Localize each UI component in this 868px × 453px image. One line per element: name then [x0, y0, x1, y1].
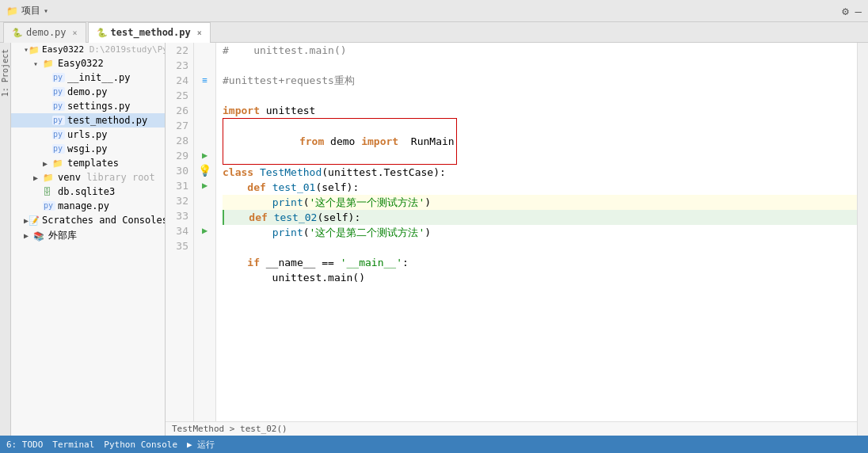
status-terminal-label: Terminal	[52, 440, 94, 450]
project-label: 项目	[21, 4, 40, 17]
status-run[interactable]: ▶ 运行	[187, 439, 215, 451]
left-edge: 1: Project	[0, 43, 11, 436]
code-line-27: from demo import RunMain	[223, 118, 857, 165]
tree-label-test-method: test_method.py	[67, 115, 147, 126]
code-line-26: import unittest	[223, 103, 857, 118]
tab-demo-py-icon: 🐍	[12, 28, 23, 38]
top-actions: ⚙ —	[842, 5, 862, 17]
tree-item-easy0322-root[interactable]: ▾ 📁 Easy0322 D:\2019study\PycharmProject…	[11, 43, 165, 56]
tree-label-scratches: Scratches and Consoles	[42, 215, 166, 226]
code-line-35: unittest.main()	[223, 270, 857, 285]
code-line-22: # unittest.main()	[223, 43, 857, 58]
folder-icon-easy0322: 📁	[43, 59, 55, 68]
tab-test-method-py[interactable]: 🐍 test_method.py ×	[88, 22, 211, 43]
main-layout: 1: Project ▾ 📁 Easy0322 D:\2019study\Pyc…	[0, 43, 868, 436]
file-tree: ▾ 📁 Easy0322 D:\2019study\PycharmProject…	[11, 43, 166, 436]
tree-label-easy0322: Easy0322	[58, 58, 104, 69]
tree-label-external-libs: 外部库	[48, 229, 77, 242]
code-editor: 22 23 24 25 26 27 28 29 30 31 32 33 34 3…	[166, 43, 857, 436]
code-line-30: print('这个是第一个测试方法')	[223, 195, 857, 210]
code-line-28: class TestMethod(unittest.TestCase):	[223, 165, 857, 180]
code-line-24: #unittest+requests重构	[223, 73, 857, 88]
py-icon-init: py	[52, 73, 65, 82]
tree-item-demo[interactable]: py demo.py	[11, 85, 165, 99]
breadcrumb-text: TestMethod > test_02()	[172, 424, 287, 434]
tree-item-manage[interactable]: py manage.py	[11, 199, 165, 213]
db-icon: 🗄	[43, 187, 55, 196]
tree-label-easy0322-root: Easy0322 D:\2019study\PycharmProject\Eas…	[42, 44, 166, 55]
code-line-31: def test_02(self):	[223, 210, 857, 225]
tree-label-wsgi: wsgi.py	[67, 143, 108, 154]
code-content[interactable]: # unittest.main() #unittest+requests重构 i…	[216, 43, 857, 421]
py-icon-demo: py	[52, 87, 65, 97]
code-line-32: print('这个是第二个测试方法')	[223, 225, 857, 240]
lib-icon: 📚	[33, 231, 46, 241]
line-numbers: 22 23 24 25 26 27 28 29 30 31 32 33 34 3…	[166, 43, 194, 421]
tab-test-method-close[interactable]: ×	[197, 29, 202, 37]
right-edge	[857, 43, 868, 436]
tree-label-venv: venv library root	[58, 172, 155, 183]
top-bar: 📁 项目 ▾ ⚙ —	[0, 0, 868, 22]
code-line-29: def test_01(self):	[223, 180, 857, 195]
project-title: 📁 项目 ▾	[6, 4, 48, 17]
tree-item-templates[interactable]: ▶ 📁 templates	[11, 156, 165, 170]
tree-item-settings[interactable]: py settings.py	[11, 99, 165, 113]
tree-label-demo: demo.py	[67, 86, 108, 97]
status-todo[interactable]: 6: TODO	[6, 440, 43, 450]
tree-label-urls: urls.py	[67, 129, 108, 140]
tree-item-scratches[interactable]: ▶ 📝 Scratches and Consoles	[11, 213, 165, 227]
status-bar: 6: TODO Terminal Python Console ▶ 运行	[0, 436, 868, 453]
edge-project-tab[interactable]: 1: Project	[0, 43, 11, 103]
status-todo-label: 6: TODO	[6, 440, 43, 450]
tree-label-init: __init__.py	[67, 72, 130, 83]
code-line-33	[223, 240, 857, 255]
tab-test-method-icon: 🐍	[97, 28, 108, 38]
tree-item-db[interactable]: 🗄 db.sqlite3	[11, 185, 165, 199]
tree-item-urls[interactable]: py urls.py	[11, 128, 165, 142]
breadcrumb: TestMethod > test_02()	[166, 421, 857, 436]
tab-demo-py-label: demo.py	[26, 27, 67, 38]
py-icon-settings: py	[52, 101, 65, 111]
status-terminal[interactable]: Terminal	[52, 440, 94, 450]
minimize-icon[interactable]: —	[855, 5, 862, 17]
scratches-icon: 📝	[29, 215, 40, 225]
tree-arrow-templates: ▶	[43, 159, 52, 168]
tree-item-venv[interactable]: ▶ 📁 venv library root	[11, 170, 165, 185]
folder-icon: 📁	[29, 45, 40, 55]
tree-item-init[interactable]: py __init__.py	[11, 70, 165, 85]
py-icon-test-method: py	[52, 116, 65, 125]
py-icon-wsgi: py	[52, 144, 65, 154]
py-icon-urls: py	[52, 130, 65, 139]
tree-item-wsgi[interactable]: py wsgi.py	[11, 142, 165, 156]
py-icon-manage: py	[43, 201, 55, 211]
tree-arrow-easy0322: ▾	[33, 59, 43, 68]
tree-item-external-libs[interactable]: ▶ 📚 外部库	[11, 227, 165, 244]
tree-label-settings: settings.py	[67, 101, 130, 112]
tab-demo-py-close[interactable]: ×	[73, 29, 78, 37]
status-python-console-label: Python Console	[104, 440, 177, 450]
tree-item-easy0322[interactable]: ▾ 📁 Easy0322	[11, 56, 165, 70]
tree-item-test-method[interactable]: py test_method.py	[11, 113, 165, 128]
settings-icon[interactable]: ⚙	[842, 5, 848, 17]
folder-icon-templates: 📁	[52, 158, 65, 168]
editor-tabs: 🐍 demo.py × 🐍 test_method.py ×	[0, 22, 868, 43]
status-python-console[interactable]: Python Console	[104, 440, 177, 450]
code-area[interactable]: 22 23 24 25 26 27 28 29 30 31 32 33 34 3…	[166, 43, 857, 421]
tree-label-manage: manage.py	[58, 200, 109, 211]
tree-label-db: db.sqlite3	[58, 186, 115, 197]
tree-label-templates: templates	[67, 158, 119, 169]
tab-test-method-label: test_method.py	[111, 27, 191, 38]
code-line-34: if __name__ == '__main__':	[223, 255, 857, 270]
code-line-23	[223, 58, 857, 73]
folder-icon-venv: 📁	[43, 173, 55, 182]
dropdown-icon[interactable]: ▾	[44, 6, 48, 15]
tab-demo-py[interactable]: 🐍 demo.py ×	[3, 22, 86, 43]
project-icon: 📁	[6, 6, 18, 17]
code-line-25	[223, 88, 857, 103]
status-run-label: ▶ 运行	[187, 439, 215, 451]
gutter: ≡ ▶ 💡 ▶ ▶	[194, 43, 216, 421]
